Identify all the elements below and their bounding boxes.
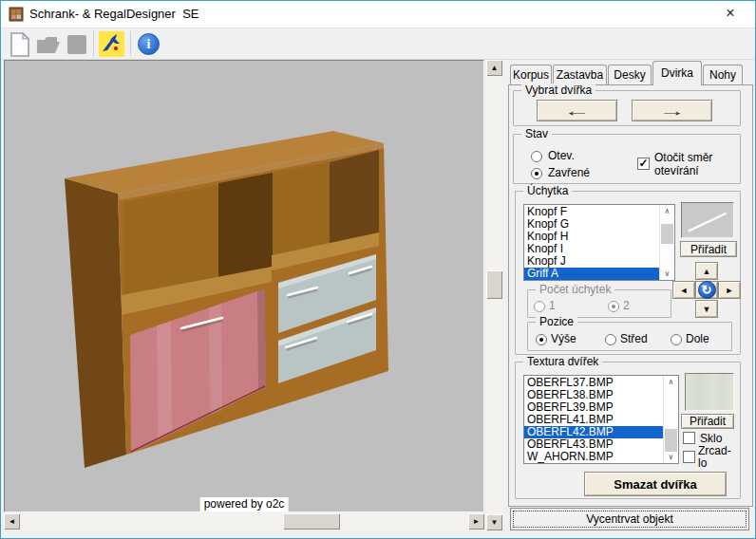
scroll-right-button[interactable]: ►: [468, 513, 484, 530]
radio-pozice-stred[interactable]: [605, 334, 616, 345]
scroll-down-button[interactable]: ▼: [486, 514, 502, 530]
chevron-down-icon: ∨: [669, 453, 674, 461]
group-label: Textura dvířek: [523, 355, 602, 368]
horizontal-scroll-thumb[interactable]: [283, 513, 340, 530]
checkbox-otocit-label-line1: Otočit směr: [654, 151, 712, 164]
radio-otevrene-label: Otev.: [548, 149, 575, 162]
right-triangle-icon: ►: [473, 517, 481, 526]
delete-door-button[interactable]: Smazat dvířka: [584, 472, 727, 496]
radio-pozice-dole[interactable]: [671, 334, 682, 345]
radio-vyse-label: Výše: [551, 332, 576, 345]
list-item-selected[interactable]: Griff A: [524, 268, 659, 280]
radio-one-label: 1: [549, 299, 556, 312]
dvirka-tab-panel: Vybrat dvířka ← → Stav Otev. Zavřené ✓ O…: [508, 84, 753, 507]
save-button[interactable]: [64, 31, 89, 57]
close-button[interactable]: ×: [709, 1, 751, 28]
center-object-button[interactable]: Vycentrvat objekt: [510, 508, 749, 530]
toolbar-separator: [93, 31, 94, 56]
right-arrow-icon: →: [658, 102, 686, 119]
move-right-button[interactable]: ►: [718, 281, 741, 299]
tab-zastavba[interactable]: Zastavba: [553, 65, 607, 84]
texture-preview: [685, 373, 734, 411]
assign-handle-button[interactable]: Přiřadit: [680, 241, 737, 257]
open-file-button[interactable]: [35, 31, 61, 57]
3d-viewport[interactable]: powered by o2c: [4, 60, 484, 512]
move-down-button[interactable]: ▼: [695, 300, 718, 318]
previous-door-button[interactable]: ←: [537, 100, 617, 121]
up-triangle-icon: ▲: [491, 64, 499, 72]
listbox-scrollbar[interactable]: ∧ ∨: [659, 205, 674, 280]
checkbox-sklo-label: Sklo: [700, 432, 722, 445]
group-textura-dvirek: Textura dvířek OBERFL37.BMP OBERFL38.BMP…: [515, 362, 741, 499]
move-left-button[interactable]: ◄: [672, 281, 695, 299]
app-icon: [9, 7, 24, 22]
vertical-scroll-thumb[interactable]: [486, 270, 502, 299]
scroll-left-button[interactable]: ◄: [4, 513, 20, 530]
group-label: Počet úchytek: [536, 283, 614, 296]
rotate-handle-button[interactable]: ↻: [695, 281, 718, 299]
cabinet-left-side: [65, 178, 126, 468]
scroll-up-button[interactable]: ∧: [660, 205, 674, 217]
group-label: Úchytka: [523, 184, 572, 197]
info-icon: i: [138, 33, 160, 55]
scroll-up-button[interactable]: ∧: [664, 376, 678, 388]
group-label: Stav: [521, 127, 552, 140]
next-door-button[interactable]: →: [632, 100, 712, 121]
furniture-3d-render: [5, 61, 483, 511]
tab-korpus[interactable]: Korpus: [510, 65, 552, 84]
left-triangle-icon: ◄: [680, 286, 689, 295]
door-edge-shadow: [257, 288, 266, 390]
listbox-scrollbar[interactable]: ∧ ∨: [663, 376, 678, 463]
viewport-horizontal-scrollbar[interactable]: ◄ ►: [4, 513, 484, 530]
handle-listbox[interactable]: Knopf F Knopf G Knopf H Knopf I Knopf J …: [523, 204, 675, 281]
radio-two-label: 2: [623, 299, 630, 312]
app-window: Schrank- & RegalDesigner SE ×: [0, 0, 756, 539]
group-pocet-uchytek: Počet úchytek 1 2: [527, 289, 671, 318]
move-up-button[interactable]: ▲: [695, 262, 718, 280]
scroll-down-button[interactable]: ∨: [664, 451, 678, 463]
o2c-logo-icon: [100, 32, 123, 56]
toolbar-separator: [130, 31, 131, 56]
scroll-thumb[interactable]: [661, 224, 673, 244]
o2c-player-button[interactable]: [99, 31, 124, 57]
radio-one-handle: [534, 301, 545, 312]
door-grain: [157, 321, 172, 439]
tab-nohy[interactable]: Nohy: [703, 65, 743, 84]
radio-zavrene-label: Zavřené: [548, 166, 590, 179]
assign-texture-button[interactable]: Přiřadit: [681, 414, 734, 429]
right-triangle-icon: ►: [726, 286, 734, 295]
radio-zavrene[interactable]: [531, 168, 542, 179]
check-icon: ✓: [638, 157, 648, 170]
radio-pozice-vyse[interactable]: [536, 334, 547, 345]
window-title: Schrank- & RegalDesigner SE: [29, 7, 198, 21]
chevron-down-icon: ∨: [665, 270, 671, 278]
down-triangle-icon: ▼: [703, 305, 711, 314]
up-triangle-icon: ▲: [703, 267, 711, 276]
tab-dvirka[interactable]: Dvirka: [652, 61, 702, 85]
chevron-up-icon: ∧: [665, 207, 671, 215]
tab-desky[interactable]: Desky: [608, 65, 652, 84]
checkbox-zrcadlo[interactable]: [683, 451, 695, 463]
handle-preview: [681, 202, 734, 238]
new-document-button[interactable]: [7, 31, 32, 57]
close-icon: ×: [726, 5, 734, 21]
info-button[interactable]: i: [136, 31, 161, 57]
o2c-watermark: powered by o2c: [200, 497, 289, 511]
group-pozice: Pozice Výše Střed Dole: [527, 322, 732, 351]
open-folder-icon: [36, 34, 61, 55]
checkbox-otocit-smer[interactable]: ✓: [637, 158, 650, 170]
radio-otevrene[interactable]: [531, 151, 542, 162]
new-document-icon: [9, 32, 30, 57]
texture-listbox[interactable]: OBERFL37.BMP OBERFL38.BMP OBERFL39.BMP O…: [523, 375, 679, 464]
left-arrow-icon: ←: [563, 102, 591, 119]
checkbox-otocit-label-line2: otevírání: [654, 164, 699, 177]
checkbox-sklo[interactable]: [683, 432, 695, 444]
scroll-down-button[interactable]: ∨: [660, 268, 674, 280]
scroll-thumb[interactable]: [665, 429, 677, 452]
viewport-vertical-scrollbar[interactable]: ▲ ▼: [486, 60, 502, 530]
list-item[interactable]: W_AHORN.BMP: [524, 451, 663, 463]
radio-two-handles: [608, 301, 619, 312]
scroll-up-button[interactable]: ▲: [486, 60, 502, 76]
group-vybrat-dvirka: Vybrat dvířka ← →: [513, 90, 741, 126]
checkbox-zrcadlo-label-line2: lo: [698, 456, 707, 470]
